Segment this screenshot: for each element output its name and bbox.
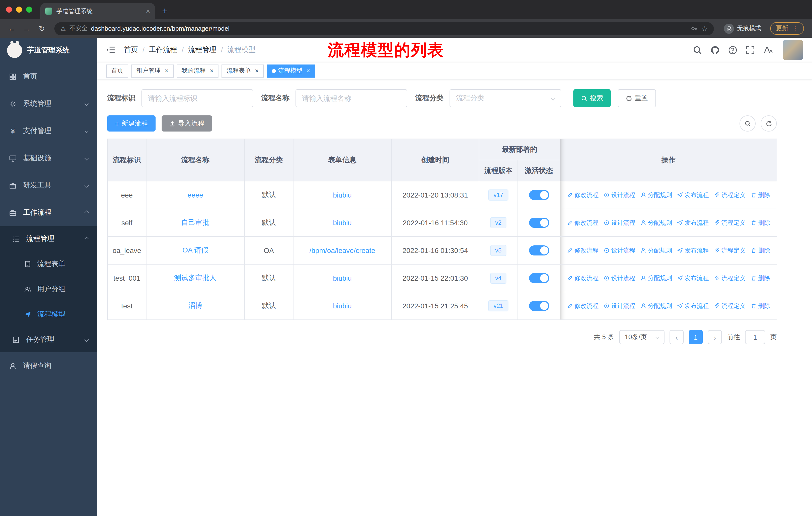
sidebar-item-user-group[interactable]: 用户分组 [0,277,97,302]
active-toggle[interactable] [529,190,549,200]
action-delete-link[interactable]: 删除 [751,191,770,199]
active-toggle[interactable] [529,273,549,283]
close-icon[interactable]: × [210,67,213,74]
sidebar-item-devtools[interactable]: 研发工具 [0,172,97,199]
process-category-select[interactable]: 流程分类 [450,89,561,107]
next-page-button[interactable]: › [708,330,722,344]
close-window-button[interactable] [6,6,12,12]
breadcrumb-home[interactable]: 首页 [124,45,138,54]
process-key-input[interactable] [141,89,253,107]
process-name-link[interactable]: 测试多审批人 [174,274,216,282]
minimize-window-button[interactable] [16,6,22,12]
action-publish-link[interactable]: 发布流程 [677,246,709,255]
app-logo[interactable]: 芋道管理系统 [0,38,97,63]
browser-tab[interactable]: 芋道管理系统 × [40,3,155,19]
sidebar-item-process-model[interactable]: 流程模型 [0,302,97,327]
close-icon[interactable]: × [165,67,168,74]
form-info-link[interactable]: biubiu [333,274,352,282]
fullscreen-icon[interactable] [746,45,755,55]
active-toggle[interactable] [529,301,549,311]
action-definition-link[interactable]: 流程定义 [714,274,746,282]
tab-close-icon[interactable]: × [146,7,150,15]
tag-process-form[interactable]: 流程表单 × [222,64,264,77]
action-assign-rule-link[interactable]: 分配规则 [640,218,672,227]
sidebar-item-task-mgmt[interactable]: 任务管理 [0,327,97,352]
close-icon[interactable]: × [255,67,259,74]
form-info-link[interactable]: /bpm/oa/leave/create [309,246,375,254]
back-icon[interactable]: ← [5,24,18,33]
action-publish-link[interactable]: 发布流程 [677,218,709,227]
action-definition-link[interactable]: 流程定义 [714,246,746,255]
tag-my-process[interactable]: 我的流程 × [176,64,219,77]
action-delete-link[interactable]: 删除 [751,246,770,255]
page-size-select[interactable]: 10条/页 [619,330,665,344]
action-publish-link[interactable]: 发布流程 [677,191,709,199]
close-icon[interactable]: × [307,67,310,74]
sidebar-item-process-mgmt[interactable]: 流程管理 [0,226,97,251]
action-assign-rule-link[interactable]: 分配规则 [640,274,672,282]
breadcrumb-workflow[interactable]: 工作流程 [149,45,177,54]
address-bar[interactable]: ⚠ 不安全 dashboard.yudao.iocoder.cn/bpm/man… [54,22,714,35]
forward-icon[interactable]: → [20,24,33,33]
action-edit-link[interactable]: 修改流程 [567,274,599,282]
form-info-link[interactable]: biubiu [333,191,352,199]
prev-page-button[interactable]: ‹ [670,330,684,344]
active-toggle[interactable] [529,245,549,255]
help-icon[interactable] [728,45,737,55]
action-definition-link[interactable]: 流程定义 [714,191,746,199]
action-delete-link[interactable]: 删除 [751,274,770,282]
form-info-link[interactable]: biubiu [333,302,352,310]
security-label[interactable]: 不安全 [69,24,88,33]
sidebar-item-system[interactable]: 系统管理 [0,90,97,117]
action-assign-rule-link[interactable]: 分配规则 [640,302,672,310]
process-name-link[interactable]: eeee [187,191,203,199]
user-avatar[interactable] [783,40,803,60]
tag-process-model[interactable]: 流程模型 × [267,64,315,77]
current-page-button[interactable]: 1 [689,330,703,344]
process-name-link[interactable]: OA 请假 [182,246,208,254]
breadcrumb-process-mgmt[interactable]: 流程管理 [188,45,216,54]
action-edit-link[interactable]: 修改流程 [567,191,599,199]
process-name-link[interactable]: 自己审批 [181,218,209,226]
sidebar-item-infra[interactable]: 基础设施 [0,145,97,172]
sidebar-item-process-form[interactable]: 流程表单 [0,251,97,277]
tag-tenant[interactable]: 租户管理 × [132,64,173,77]
bookmark-star-icon[interactable]: ☆ [701,24,708,32]
sidebar-item-payment[interactable]: ¥ 支付管理 [0,117,97,145]
browser-menu-icon[interactable]: ⋮ [792,25,799,32]
reload-icon[interactable]: ↻ [35,24,48,33]
github-icon[interactable] [710,45,720,55]
action-publish-link[interactable]: 发布流程 [677,274,709,282]
sidebar-item-leave-query[interactable]: 请假查询 [0,352,97,379]
action-definition-link[interactable]: 流程定义 [714,218,746,227]
action-delete-link[interactable]: 删除 [751,302,770,310]
process-name-link[interactable]: 滔博 [188,301,202,309]
action-publish-link[interactable]: 发布流程 [677,302,709,310]
process-name-input[interactable] [295,89,407,107]
refresh-table-button[interactable] [761,115,777,132]
action-edit-link[interactable]: 修改流程 [567,246,599,255]
sidebar-fold-icon[interactable] [106,45,115,54]
goto-page-input[interactable] [745,330,765,344]
action-design-link[interactable]: 设计流程 [604,218,635,227]
action-design-link[interactable]: 设计流程 [604,246,635,255]
search-icon[interactable] [693,45,702,55]
font-size-icon[interactable] [763,45,773,55]
new-tab-button[interactable]: + [162,5,168,17]
action-delete-link[interactable]: 删除 [751,218,770,227]
action-edit-link[interactable]: 修改流程 [567,302,599,310]
reset-button[interactable]: 重置 [618,89,656,107]
action-design-link[interactable]: 设计流程 [604,302,635,310]
action-design-link[interactable]: 设计流程 [604,274,635,282]
search-button[interactable]: 搜索 [573,89,611,107]
browser-update-button[interactable]: 更新 ⋮ [770,22,804,35]
action-edit-link[interactable]: 修改流程 [567,218,599,227]
maximize-window-button[interactable] [26,6,32,12]
sidebar-item-workflow[interactable]: 工作流程 [0,199,97,226]
create-process-button[interactable]: + 新建流程 [107,115,155,132]
key-icon[interactable] [691,25,698,32]
action-design-link[interactable]: 设计流程 [604,191,635,199]
tag-home[interactable]: 首页 [106,64,128,77]
url-text[interactable]: dashboard.yudao.iocoder.cn/bpm/manager/m… [91,25,688,32]
active-toggle[interactable] [529,218,549,228]
